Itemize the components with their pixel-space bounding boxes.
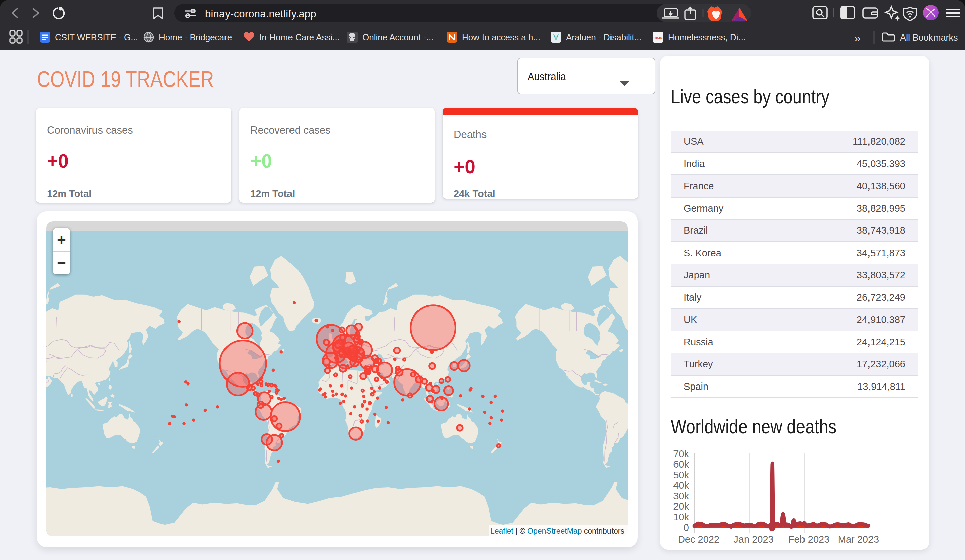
svg-text:Jan 2023: Jan 2023 bbox=[733, 534, 774, 545]
svg-text:Mar 2023: Mar 2023 bbox=[838, 534, 879, 545]
svg-text:20k: 20k bbox=[673, 501, 689, 512]
svg-text:Feb 2023: Feb 2023 bbox=[788, 534, 829, 545]
svg-text:Dec 2022: Dec 2022 bbox=[678, 534, 720, 545]
svg-text:60k: 60k bbox=[673, 459, 689, 470]
svg-text:50k: 50k bbox=[673, 470, 689, 480]
svg-text:10k: 10k bbox=[673, 512, 689, 522]
svg-text:0: 0 bbox=[684, 522, 689, 533]
svg-text:70k: 70k bbox=[673, 449, 689, 459]
svg-text:30k: 30k bbox=[673, 491, 689, 501]
svg-text:40k: 40k bbox=[673, 480, 689, 491]
